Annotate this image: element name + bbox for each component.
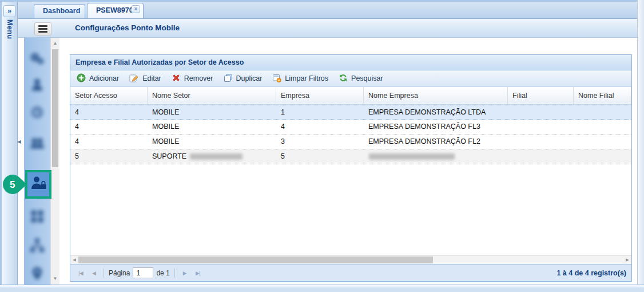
redacted-text [369,153,455,160]
search-button[interactable]: Pesquisar [335,72,388,86]
edit-button[interactable]: Editar [126,72,166,86]
cell-nome-filial[interactable] [574,105,631,119]
hamburger-menu-button[interactable] [34,22,51,35]
column-header-setor-acesso[interactable]: Setor Acesso [70,87,148,104]
horizontal-scrollbar-thumb[interactable] [78,257,433,263]
table-row[interactable]: 4 MOBILE 4 EMPRESA DEMONSTRAÇÃO FL3 [70,120,631,135]
icon-sidebar [24,38,50,285]
next-page-icon[interactable]: ▶ [180,268,190,278]
app-window: » Menu ◀ Dashboard PSEW8970 × Configuraç… [0,0,644,292]
remove-button[interactable]: Remover [168,72,218,86]
cell-empresa[interactable]: 4 [276,120,364,134]
column-header-nome-setor[interactable]: Nome Setor [148,87,276,104]
grid-panel: Empresa e Filial Autorizadas por Setor d… [70,54,632,282]
close-icon[interactable]: × [132,5,140,13]
pager-separator [104,269,104,278]
column-header-filial[interactable]: Filial [508,87,574,104]
page-title: Configurações Ponto Mobile [75,23,180,32]
scroll-down-icon[interactable]: ▼ [51,275,59,283]
page-number-input[interactable] [133,267,153,278]
cell-nome-setor[interactable]: MOBILE [148,105,276,119]
first-page-icon[interactable]: |◀ [75,268,86,278]
duplicate-icon [224,73,233,84]
pagination-bar: |◀ ◀ Página de 1 ▶ ▶| 1 à 4 de 4 registr… [70,264,631,281]
tab-psew8970[interactable]: PSEW8970 × [87,3,144,18]
tab-label: Dashboard [43,7,80,15]
org-chart-icon[interactable] [24,236,50,257]
collapsed-menu-panel[interactable]: » Menu [2,2,18,285]
window-frame-right [637,0,644,292]
panel-collapse-handle-icon[interactable]: ◀ [17,137,22,147]
search-refresh-icon [339,73,348,84]
sidebar-scrollbar[interactable]: ▲ ▼ [50,38,59,285]
map-pin-icon[interactable] [24,265,50,285]
content-area: Empresa e Filial Autorizadas por Setor d… [59,38,637,285]
cell-nome-filial[interactable] [574,135,631,149]
edit-icon [129,73,139,84]
cell-nome-empresa[interactable]: EMPRESA DEMONSTRAÇÃO FL3 [364,120,508,134]
scroll-left-icon[interactable]: ◀ [70,256,78,264]
cell-nome-setor[interactable]: MOBILE [148,120,276,134]
cell-setor-acesso[interactable]: 5 [70,149,148,164]
tab-dashboard[interactable]: Dashboard [34,4,85,18]
cell-empresa[interactable]: 1 [276,105,364,119]
cell-nome-empresa[interactable] [364,149,508,164]
sidebar-selected-item-highlight[interactable] [25,170,51,199]
tab-bar: Dashboard PSEW8970 × [18,2,637,19]
user-icon[interactable] [24,76,50,96]
scroll-up-icon[interactable]: ▲ [51,40,59,48]
column-header-empresa[interactable]: Empresa [276,87,364,104]
column-header-nome-empresa[interactable]: Nome Empresa [364,87,508,104]
cell-nome-setor[interactable]: SUPORTE [148,149,276,164]
cell-nome-filial[interactable] [574,149,631,164]
page-total-label: de 1 [156,269,169,277]
cell-empresa[interactable]: 5 [276,149,364,164]
last-page-icon[interactable]: ▶| [193,268,203,278]
gears-icon[interactable] [24,49,50,70]
cell-setor-acesso[interactable]: 4 [70,105,148,119]
step-badge-number: 5 [10,179,15,190]
horizontal-scrollbar[interactable]: ◀ ▶ [70,255,631,264]
add-icon [77,73,86,84]
pager-separator [174,269,175,278]
menu-expand-icon: » [7,6,11,15]
column-header-nome-filial[interactable]: Nome Filial [574,87,631,104]
cell-setor-acesso[interactable]: 4 [70,135,148,149]
cell-setor-acesso[interactable]: 4 [70,120,148,134]
grid-header-row: Setor Acesso Nome Setor Empresa Nome Emp… [70,87,631,105]
tab-label: PSEW8970 [96,6,133,14]
table-body: 4 MOBILE 1 EMPRESA DEMONSTRAÇÃO LTDA 4 M… [70,105,631,255]
sidebar-scrollbar-thumb[interactable] [52,49,58,167]
table-row[interactable]: 4 MOBILE 1 EMPRESA DEMONSTRAÇÃO LTDA [70,105,631,120]
grid-icon[interactable] [24,207,50,228]
menu-expand-button[interactable]: » [3,5,15,17]
add-button[interactable]: Adicionar [73,72,124,86]
menu-vertical-label: Menu [6,19,14,40]
clock-icon[interactable] [24,103,50,124]
duplicate-button[interactable]: Duplicar [220,72,268,86]
hamburger-icon [38,25,47,27]
cell-filial[interactable] [508,135,574,149]
scroll-right-icon[interactable]: ▶ [623,256,631,264]
table-row[interactable]: 5 SUPORTE 5 [70,149,631,164]
prev-page-icon[interactable]: ◀ [89,268,99,278]
redacted-text [190,153,243,160]
cell-filial[interactable] [508,120,574,134]
user-lock-icon [29,175,47,194]
cell-nome-filial[interactable] [574,120,631,134]
cell-nome-empresa[interactable]: EMPRESA DEMONSTRAÇÃO FL2 [364,135,508,149]
cell-nome-setor[interactable]: MOBILE [148,135,276,149]
grid-toolbar: Adicionar Editar Remover Duplicar [70,70,631,87]
users-group-icon[interactable] [24,134,50,155]
view-body: ▲ ▼ Empresa e Filial Autorizadas por Set… [18,38,637,285]
cell-filial[interactable] [508,149,574,164]
records-summary: 1 à 4 de 4 registro(s) [556,269,626,277]
cell-nome-empresa[interactable]: EMPRESA DEMONSTRAÇÃO LTDA [364,105,508,119]
clear-filters-button[interactable]: Limpar Filtros [269,72,333,86]
step-badge: 5 [2,173,29,198]
cell-empresa[interactable]: 3 [276,135,364,149]
cell-filial[interactable] [508,105,574,119]
table-row[interactable]: 4 MOBILE 3 EMPRESA DEMONSTRAÇÃO FL2 [70,135,631,149]
page-label: Página [109,269,130,277]
view-header-bar: Configurações Ponto Mobile [18,19,637,38]
